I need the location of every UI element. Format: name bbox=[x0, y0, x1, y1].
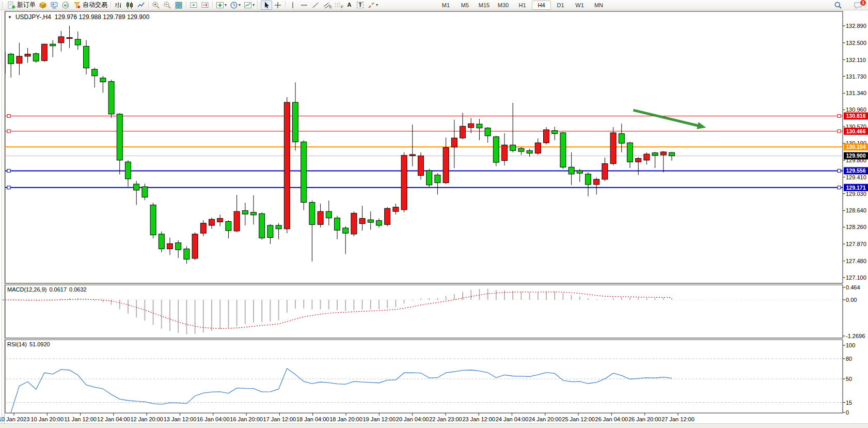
text-button[interactable]: A bbox=[344, 1, 355, 10]
candlestick-chart-button[interactable] bbox=[124, 1, 135, 10]
timeframe-h4[interactable]: H4 bbox=[532, 1, 551, 10]
timeframe-w1[interactable]: W1 bbox=[570, 1, 589, 10]
line-handle[interactable] bbox=[838, 114, 841, 117]
crosshair-button[interactable] bbox=[272, 1, 283, 10]
time-axis: 10 Jan 202310 Jan 20:0011 Jan 12:0012 Ja… bbox=[0, 413, 695, 422]
svg-text:127.100: 127.100 bbox=[846, 274, 866, 281]
timeframe-mn[interactable]: MN bbox=[589, 1, 608, 10]
timeframe-d1[interactable]: D1 bbox=[551, 1, 570, 10]
fibonacci-letter: F bbox=[341, 5, 343, 9]
candle bbox=[142, 187, 148, 197]
svg-text:20 Jan 04:00: 20 Jan 04:00 bbox=[396, 416, 429, 422]
candle bbox=[518, 148, 524, 151]
timeframe-m5[interactable]: M5 bbox=[455, 1, 475, 10]
search-button[interactable] bbox=[832, 1, 844, 10]
line-handle[interactable] bbox=[7, 186, 10, 189]
data-window-button[interactable] bbox=[49, 1, 60, 10]
cursor-button[interactable] bbox=[261, 1, 272, 10]
candle bbox=[660, 152, 666, 155]
svg-text:11 Jan 12:00: 11 Jan 12:00 bbox=[64, 416, 97, 422]
svg-text:132.110: 132.110 bbox=[846, 57, 866, 63]
equidistant-channel-button[interactable]: E bbox=[321, 1, 333, 10]
candle bbox=[33, 54, 39, 61]
toolbar-separator bbox=[212, 1, 213, 9]
svg-text:129.030: 129.030 bbox=[846, 191, 866, 197]
templates-button[interactable]: ▾ bbox=[242, 1, 256, 10]
main-toolbar: 新订单 自动交易 ▾ bbox=[0, 0, 868, 10]
line-handle[interactable] bbox=[838, 186, 841, 189]
market-watch-button[interactable] bbox=[37, 1, 49, 10]
timeframe-m1[interactable]: M1 bbox=[436, 1, 455, 10]
tile-windows-button[interactable] bbox=[173, 1, 184, 10]
line-handle[interactable] bbox=[838, 130, 841, 133]
candle bbox=[50, 44, 56, 45]
rsi-indicator-label: RSI(14)51.0920 bbox=[7, 341, 53, 347]
timeframe-toolbar: M1 M5 M15 M30 H1 H4 D1 W1 MN bbox=[436, 1, 608, 10]
text-label-button[interactable]: T bbox=[355, 1, 366, 10]
indicators-dropdown-caret[interactable]: ▾ bbox=[225, 3, 227, 7]
indicators-button[interactable]: ▾ bbox=[214, 1, 228, 10]
candle bbox=[200, 223, 206, 233]
candle bbox=[602, 164, 608, 179]
line-chart-button[interactable] bbox=[135, 1, 147, 10]
chart-shift-button[interactable] bbox=[199, 1, 211, 10]
trendline-button[interactable] bbox=[310, 1, 321, 10]
periods-dropdown-caret[interactable]: ▾ bbox=[239, 3, 241, 7]
arrows-button[interactable]: ▾ bbox=[366, 1, 380, 10]
candle bbox=[117, 114, 122, 160]
toolbar-separator bbox=[186, 1, 186, 9]
arrows-dropdown-caret[interactable]: ▾ bbox=[376, 3, 378, 7]
svg-text:129.410: 129.410 bbox=[846, 174, 866, 180]
periods-button[interactable]: ▾ bbox=[228, 1, 242, 10]
auto-scroll-button[interactable] bbox=[188, 1, 199, 10]
svg-text:0: 0 bbox=[846, 409, 849, 416]
terminal-icon bbox=[50, 1, 58, 9]
new-order-button[interactable]: 新订单 bbox=[6, 1, 37, 10]
line-handle[interactable] bbox=[7, 130, 10, 133]
candle bbox=[477, 124, 482, 128]
candle bbox=[318, 211, 323, 224]
timeframe-m15[interactable]: M15 bbox=[475, 1, 494, 10]
collapse-triangle-icon[interactable]: ▼ bbox=[8, 15, 12, 20]
svg-text:24 Jan 20:00: 24 Jan 20:00 bbox=[529, 416, 562, 422]
horizontal-line-button[interactable] bbox=[298, 1, 310, 10]
timeframe-h1[interactable]: H1 bbox=[513, 1, 532, 10]
line-handle[interactable] bbox=[7, 169, 10, 172]
svg-text:-1.2696: -1.2696 bbox=[846, 333, 865, 339]
timeframe-m30[interactable]: M30 bbox=[494, 1, 513, 10]
template-icon bbox=[244, 1, 252, 9]
candle bbox=[276, 225, 281, 229]
notification-badge: 1 bbox=[860, 0, 866, 6]
auto-scroll-icon bbox=[190, 1, 198, 9]
gold-box-icon bbox=[39, 1, 47, 9]
svg-text:13 Jan 12:00: 13 Jan 12:00 bbox=[164, 416, 197, 422]
zoom-out-button[interactable] bbox=[162, 1, 173, 10]
bar-chart-button[interactable] bbox=[113, 1, 124, 10]
notifications-button[interactable]: 1 bbox=[852, 1, 864, 10]
svg-text:0.464: 0.464 bbox=[846, 284, 860, 291]
toolbar-grip[interactable] bbox=[2, 2, 4, 9]
rsi-name: RSI(14) bbox=[7, 341, 27, 347]
zoom-in-button[interactable] bbox=[150, 1, 162, 10]
candle bbox=[100, 78, 106, 82]
cursor-icon bbox=[262, 1, 271, 9]
signals-button[interactable] bbox=[60, 1, 71, 10]
candle bbox=[150, 205, 156, 235]
chart-canvas[interactable]: 132.890132.500132.110131.730131.340130.9… bbox=[0, 0, 868, 428]
candle bbox=[301, 142, 307, 203]
templates-dropdown-caret[interactable]: ▾ bbox=[252, 3, 255, 7]
autotrading-icon bbox=[73, 1, 81, 9]
vertical-line-button[interactable] bbox=[287, 1, 298, 10]
line-handle[interactable] bbox=[838, 169, 841, 172]
candle bbox=[359, 219, 365, 224]
candle bbox=[435, 175, 440, 182]
fibonacci-button[interactable]: F bbox=[333, 1, 344, 10]
toolbar-grip[interactable] bbox=[257, 2, 259, 9]
candle bbox=[393, 207, 399, 211]
candle bbox=[351, 213, 357, 234]
tile-windows-icon bbox=[175, 1, 183, 9]
line-handle[interactable] bbox=[7, 114, 10, 117]
candle bbox=[125, 162, 131, 179]
autotrading-button[interactable]: 自动交易 bbox=[71, 1, 109, 10]
rsi-value: 51.0920 bbox=[29, 341, 50, 347]
